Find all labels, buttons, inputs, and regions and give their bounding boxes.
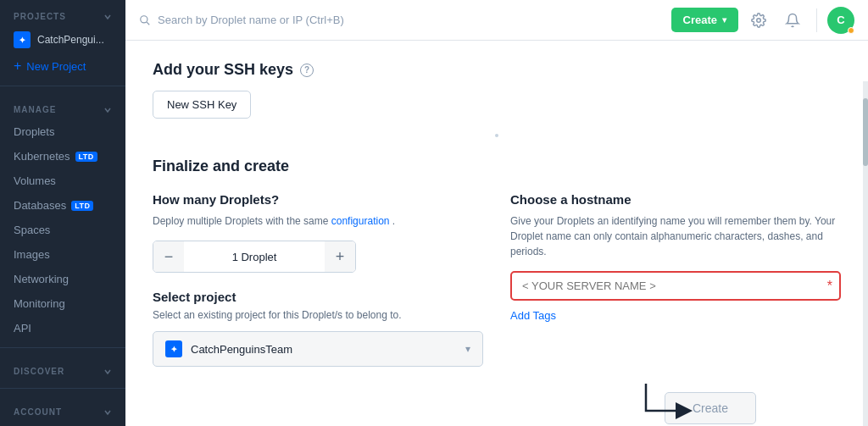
account-section-header[interactable]: ACCOUNT (0, 396, 125, 422)
how-many-desc: Deploy multiple Droplets with the same c… (153, 213, 483, 229)
new-ssh-key-button[interactable]: New SSH Key (153, 91, 251, 119)
sidebar-item-databases[interactable]: Databases LTD (0, 193, 125, 218)
svg-line-1 (147, 22, 149, 25)
avatar-status-dot (848, 27, 854, 34)
bell-icon (785, 13, 800, 28)
search-icon (139, 14, 151, 26)
scroll-dot (495, 134, 498, 137)
finalize-title: Finalize and create (153, 158, 841, 175)
help-icon[interactable]: ? (300, 64, 314, 77)
svg-point-0 (141, 15, 147, 22)
add-tags-link[interactable]: Add Tags (510, 309, 556, 322)
decrement-button[interactable]: − (153, 241, 184, 272)
project-dropdown[interactable]: ✦ CatchPenguinsTeam ▾ (153, 331, 483, 367)
project-select-desc: Select an existing project for this Drop… (153, 309, 483, 321)
new-project-button[interactable]: + New Project (0, 53, 125, 79)
project-icon: ✦ (14, 31, 31, 48)
user-avatar[interactable]: C (827, 7, 854, 34)
how-many-col: How many Droplets? Deploy multiple Dropl… (153, 192, 483, 367)
svg-point-2 (757, 18, 761, 22)
chevron-down-icon: ▾ (465, 343, 470, 355)
hostname-input-wrap: * (510, 271, 841, 301)
kubernetes-badge: LTD (75, 152, 97, 162)
droplet-counter: − 1 Droplet + (153, 241, 356, 273)
settings-icon (751, 13, 766, 28)
hostname-col: Choose a hostname Give your Droplets an … (510, 192, 841, 367)
sidebar-divider-3 (0, 388, 125, 389)
sidebar-item-volumes[interactable]: Volumes (0, 169, 125, 193)
create-button[interactable]: Create ▾ (671, 8, 738, 32)
notifications-icon-btn[interactable] (779, 7, 806, 34)
plus-icon: + (14, 58, 21, 74)
project-dropdown-icon: ✦ (165, 340, 182, 357)
scrollbar-track (863, 81, 868, 426)
projects-section-header: PROJECTS (0, 0, 125, 26)
sidebar-item-droplets[interactable]: Droplets (0, 119, 125, 144)
configuration-link[interactable]: configuration (331, 215, 390, 227)
scrollbar-thumb[interactable] (863, 98, 868, 166)
discover-section-header[interactable]: DISCOVER (0, 355, 125, 381)
sidebar-item-images[interactable]: Images (0, 242, 125, 267)
project-dropdown-name: CatchPenguinsTeam (191, 343, 465, 356)
sidebar: PROJECTS ✦ CatchPengui... + New Project … (0, 0, 125, 426)
manage-section-header: MANAGE (0, 93, 125, 119)
two-col-layout: How many Droplets? Deploy multiple Dropl… (153, 192, 841, 367)
settings-icon-btn[interactable] (745, 7, 772, 34)
sidebar-project-item[interactable]: ✦ CatchPengui... (0, 26, 125, 53)
sidebar-item-kubernetes[interactable]: Kubernetes LTD (0, 144, 125, 169)
how-many-label: How many Droplets? (153, 192, 483, 207)
required-marker: * (827, 279, 832, 294)
main-content: Add your SSH keys ? New SSH Key Finalize… (125, 41, 868, 426)
sidebar-divider (0, 86, 125, 86)
hostname-desc: Give your Droplets an identifying name y… (510, 213, 841, 259)
topbar-separator (816, 8, 817, 32)
main-wrapper: Search by Droplet name or IP (Ctrl+B) Cr… (125, 0, 868, 426)
search-bar[interactable]: Search by Droplet name or IP (Ctrl+B) (139, 14, 671, 26)
sidebar-item-monitoring[interactable]: Monitoring (0, 291, 125, 316)
project-select-label: Select project (153, 290, 483, 304)
increment-button[interactable]: + (325, 241, 355, 272)
project-select-section: Select project Select an existing projec… (153, 290, 483, 367)
hostname-label: Choose a hostname (510, 192, 841, 207)
topbar-actions: Create ▾ C (671, 7, 854, 34)
sidebar-item-spaces[interactable]: Spaces (0, 218, 125, 242)
ssh-section-title: Add your SSH keys ? (153, 61, 841, 79)
hostname-input[interactable] (510, 271, 841, 301)
chevron-down-icon: ▾ (722, 15, 726, 25)
sidebar-divider-2 (0, 347, 125, 348)
droplet-count-value: 1 Droplet (184, 251, 325, 263)
topbar: Search by Droplet name or IP (Ctrl+B) Cr… (125, 0, 868, 41)
sidebar-item-api[interactable]: API (0, 316, 125, 340)
sidebar-item-networking[interactable]: Networking (0, 267, 125, 291)
databases-badge: LTD (71, 201, 93, 211)
arrow-svg (637, 375, 705, 426)
